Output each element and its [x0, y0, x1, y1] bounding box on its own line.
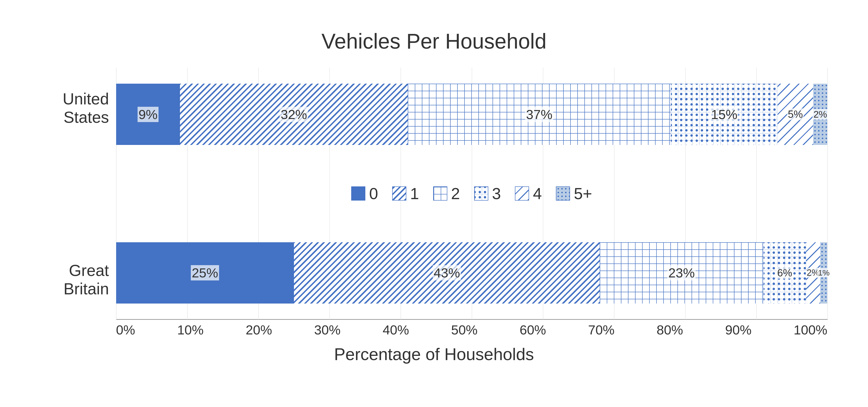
- us-seg-0: 9%: [116, 84, 180, 145]
- us-label-4: 5%: [787, 108, 804, 120]
- gb-seg-0: 25%: [116, 242, 294, 303]
- gb-seg-3: 6%: [764, 242, 806, 303]
- x-label-60: 60%: [520, 322, 546, 338]
- x-label-70: 70%: [588, 322, 615, 338]
- legend-label-2: 2: [451, 184, 460, 203]
- legend: 0 1 2 3: [116, 184, 828, 203]
- us-label-2: 37%: [525, 107, 553, 122]
- legend-label-5: 5+: [574, 184, 592, 203]
- legend-swatch-3: [474, 186, 488, 201]
- x-axis-spacer: [41, 322, 116, 338]
- gb-label-1: 43%: [433, 265, 461, 281]
- us-label-0: 9%: [137, 107, 158, 122]
- x-label-40: 40%: [382, 322, 409, 338]
- legend-swatch-2: [433, 186, 447, 201]
- x-label-30: 30%: [314, 322, 341, 338]
- us-label-1: 32%: [280, 107, 308, 122]
- us-label-3: 15%: [710, 107, 739, 122]
- legend-item-2: 2: [433, 184, 460, 203]
- bars-with-grid: United States Great Britain: [41, 68, 828, 320]
- chart-title: Vehicles Per Household: [41, 29, 828, 54]
- gb-seg-1: 43%: [294, 242, 600, 303]
- us-label-5: 2%: [812, 109, 828, 120]
- us-seg-3: 15%: [671, 84, 778, 145]
- x-label-20: 20%: [246, 322, 272, 338]
- us-seg-1: 32%: [180, 84, 407, 145]
- x-label-10: 10%: [177, 322, 204, 338]
- x-label-100: 100%: [794, 322, 827, 338]
- legend-item-1: 1: [392, 184, 419, 203]
- legend-label-1: 1: [410, 184, 419, 203]
- y-label-us: United States: [41, 90, 109, 126]
- us-seg-5: 2%: [813, 84, 827, 145]
- bar-row-gb: 25% 43% 23% 6% 2%: [116, 242, 828, 303]
- bar-row-us: 9% 32% 37% 15% 5%: [116, 84, 828, 145]
- gb-seg-2: 23%: [600, 242, 764, 303]
- y-labels: United States Great Britain: [41, 68, 116, 320]
- bars-section: 9% 32% 37% 15% 5%: [116, 68, 828, 320]
- x-axis-labels: 0% 10% 20% 30% 40% 50% 60% 70% 80% 90% 1…: [116, 322, 828, 338]
- legend-swatch-5: [556, 186, 570, 201]
- chart-container: Vehicles Per Household United States Gre…: [22, 15, 846, 392]
- legend-item-0: 0: [351, 184, 378, 203]
- us-seg-2: 37%: [408, 84, 671, 145]
- x-label-0: 0%: [116, 322, 135, 338]
- gb-seg-5: 1%: [820, 242, 827, 303]
- bars-grid-area: 9% 32% 37% 15% 5%: [116, 68, 828, 320]
- x-label-80: 80%: [657, 322, 683, 338]
- legend-label-4: 4: [533, 184, 542, 203]
- x-label-50: 50%: [451, 322, 477, 338]
- us-seg-4: 5%: [778, 84, 813, 145]
- legend-item-5: 5+: [556, 184, 592, 203]
- gb-label-3: 6%: [776, 267, 793, 279]
- x-axis-title: Percentage of Households: [41, 345, 828, 364]
- y-label-gb: Great Britain: [41, 261, 109, 298]
- legend-label-3: 3: [492, 184, 501, 203]
- legend-swatch-1: [392, 186, 406, 201]
- gb-label-2: 23%: [667, 265, 695, 281]
- legend-label-0: 0: [369, 184, 378, 203]
- legend-item-4: 4: [515, 184, 542, 203]
- legend-swatch-4: [515, 186, 529, 201]
- legend-swatch-0: [351, 186, 365, 201]
- legend-item-3: 3: [474, 184, 501, 203]
- gb-label-5: 1%: [817, 268, 831, 278]
- x-label-90: 90%: [725, 322, 751, 338]
- gb-label-0: 25%: [191, 265, 219, 281]
- x-axis-area: 0% 10% 20% 30% 40% 50% 60% 70% 80% 90% 1…: [41, 322, 828, 338]
- chart-area: United States Great Britain: [41, 68, 828, 364]
